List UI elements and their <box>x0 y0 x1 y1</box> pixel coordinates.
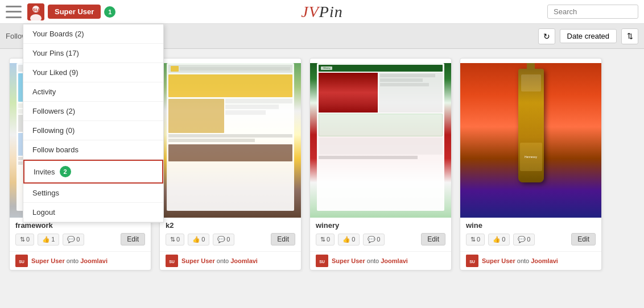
like-icon-wine: 👍 <box>493 236 501 243</box>
footer-board-link-framework[interactable]: Joomlavi <box>80 257 108 264</box>
user-menu-button[interactable]: Super User <box>48 5 101 19</box>
footer-avatar-framework: SU <box>15 255 28 267</box>
menu-item-followers[interactable]: Followers (2) <box>23 102 163 121</box>
footer-text-framework: Super User onto Joomlavi <box>31 257 108 264</box>
hamburger-icon[interactable] <box>6 6 22 18</box>
comment-button-wine[interactable]: 💬 0 <box>513 234 535 245</box>
pin-footer-winery: SU Super User onto Joomlavi <box>310 251 451 270</box>
pin-info-k2: k2 ⇅ 0 👍 0 💬 0 Edit <box>160 218 301 251</box>
pin-title-winery: winery <box>316 221 445 230</box>
footer-text-winery: Super User onto Joomlavi <box>332 257 408 264</box>
svg-text:SU: SU <box>319 260 325 264</box>
footer-user-link-winery[interactable]: Super User <box>332 257 365 264</box>
like-icon-winery: 👍 <box>342 236 350 243</box>
footer-user-link-framework[interactable]: Super User <box>31 257 65 264</box>
comment-icon: 💬 <box>67 236 75 243</box>
repin-icon-wine: ⇅ <box>470 236 476 243</box>
footer-board-link-k2[interactable]: Joomlavi <box>230 257 258 264</box>
svg-text:SU: SU <box>32 7 39 13</box>
pin-image-wine: Hennessy <box>460 59 601 218</box>
comment-button-framework[interactable]: 💬 0 <box>63 234 84 245</box>
menu-item-following[interactable]: Following (0) <box>23 121 163 140</box>
repin-icon-winery: ⇅ <box>320 236 325 243</box>
menu-item-logout[interactable]: Logout <box>23 203 163 222</box>
menu-item-your-liked[interactable]: Your Liked (9) <box>23 63 163 82</box>
like-button-framework[interactable]: 👍 1 <box>38 234 59 245</box>
like-button-winery[interactable]: 👍 0 <box>338 234 360 245</box>
invites-badge: 2 <box>60 166 71 177</box>
pin-actions-k2: ⇅ 0 👍 0 💬 0 Edit <box>166 233 295 245</box>
footer-avatar-k2: SU <box>166 255 178 267</box>
footer-avatar-winery: SU <box>316 255 328 267</box>
repin-icon-k2: ⇅ <box>170 236 175 243</box>
pin-footer-k2: SU Super User onto Joomlavi <box>160 251 301 270</box>
toolbar-right: ↻ Date created ⇅ <box>538 28 638 44</box>
repin-button-winery[interactable]: ⇅ 0 <box>316 234 335 245</box>
search-input[interactable] <box>547 5 638 19</box>
sort-button[interactable]: ⇅ <box>621 28 638 44</box>
user-badge: 1 <box>104 6 115 18</box>
date-created-button[interactable]: Date created <box>560 29 617 43</box>
pin-actions-framework: ⇅ 0 👍 1 💬 0 Edit <box>15 233 145 245</box>
footer-board-link-wine[interactable]: Joomlavi <box>531 257 558 264</box>
pin-card-winery: Winery <box>309 58 452 270</box>
comment-button-k2[interactable]: 💬 0 <box>213 234 234 245</box>
like-button-wine[interactable]: 👍 0 <box>488 234 510 245</box>
comment-button-winery[interactable]: 💬 0 <box>363 234 385 245</box>
pin-image-k2 <box>160 59 301 218</box>
pin-card-k2: k2 ⇅ 0 👍 0 💬 0 Edit SU <box>159 58 302 270</box>
pin-info-wine: wine ⇅ 0 👍 0 💬 0 Edit <box>460 218 601 251</box>
footer-user-link-k2[interactable]: Super User <box>181 257 215 264</box>
site-logo: JVPin <box>301 3 342 21</box>
repin-button-k2[interactable]: ⇅ 0 <box>166 234 184 245</box>
refresh-icon: ↻ <box>543 32 550 41</box>
refresh-button[interactable]: ↻ <box>538 28 555 44</box>
like-button-k2[interactable]: 👍 0 <box>188 234 209 245</box>
menu-item-your-pins[interactable]: Your Pins (17) <box>23 44 163 63</box>
avatar: SU <box>27 3 44 20</box>
comment-icon-wine: 💬 <box>518 236 526 243</box>
repin-button-wine[interactable]: ⇅ 0 <box>466 234 485 245</box>
svg-text:SU: SU <box>469 260 475 264</box>
comment-icon-k2: 💬 <box>217 236 225 243</box>
edit-button-wine[interactable]: Edit <box>571 233 596 245</box>
header-left: SU Super User 1 <box>6 3 115 20</box>
like-icon: 👍 <box>42 236 50 243</box>
pin-title-k2: k2 <box>166 221 295 230</box>
repin-icon: ⇅ <box>20 236 25 243</box>
footer-avatar-wine: SU <box>466 255 478 267</box>
pin-title-wine: wine <box>466 221 596 230</box>
edit-button-k2[interactable]: Edit <box>271 233 295 245</box>
pin-info-winery: winery ⇅ 0 👍 0 💬 0 Edit <box>310 218 451 251</box>
footer-user-link-wine[interactable]: Super User <box>482 257 515 264</box>
menu-item-invites[interactable]: Invites 2 <box>23 160 163 184</box>
header: SU Super User 1 JVPin <box>0 0 644 24</box>
menu-item-your-boards[interactable]: Your Boards (2) <box>23 24 163 44</box>
footer-text-k2: Super User onto Joomlavi <box>181 257 258 264</box>
menu-item-activity[interactable]: Activity <box>23 82 163 102</box>
header-right <box>547 5 638 19</box>
edit-button-framework[interactable]: Edit <box>121 233 145 245</box>
pin-actions-wine: ⇅ 0 👍 0 💬 0 Edit <box>466 233 596 245</box>
menu-item-settings[interactable]: Settings <box>23 184 163 203</box>
footer-board-link-winery[interactable]: Joomlavi <box>381 257 408 264</box>
pin-actions-winery: ⇅ 0 👍 0 💬 0 Edit <box>316 233 445 245</box>
edit-button-winery[interactable]: Edit <box>421 233 445 245</box>
like-icon-k2: 👍 <box>192 236 200 243</box>
repin-button-framework[interactable]: ⇅ 0 <box>15 234 34 245</box>
sort-icon: ⇅ <box>627 32 633 40</box>
comment-icon-winery: 💬 <box>368 236 375 243</box>
dropdown-menu: Your Boards (2) Your Pins (17) Your Like… <box>23 24 164 223</box>
menu-item-follow-boards[interactable]: Follow boards <box>23 140 163 160</box>
pin-image-winery: Winery <box>310 59 451 218</box>
pin-footer-framework: SU Super User onto Joomlavi <box>10 251 151 270</box>
pin-card-wine: Hennessy wine ⇅ 0 👍 0 💬 0 <box>460 58 602 270</box>
pin-footer-wine: SU Super User onto Joomlavi <box>460 251 601 270</box>
svg-text:SU: SU <box>19 260 24 264</box>
svg-text:SU: SU <box>169 260 175 264</box>
footer-text-wine: Super User onto Joomlavi <box>482 257 558 264</box>
